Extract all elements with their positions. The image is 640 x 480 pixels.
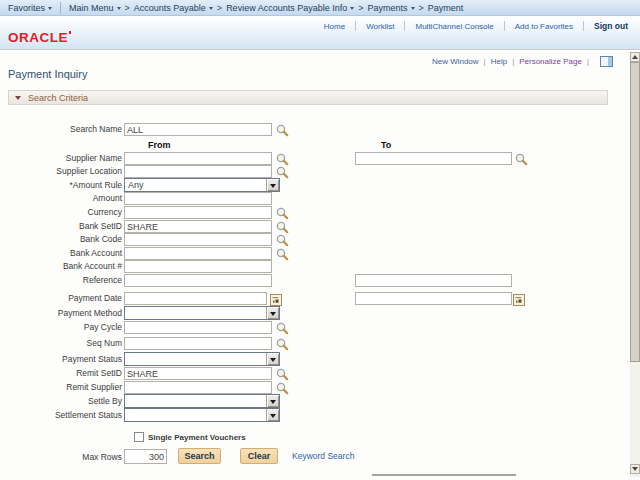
supplier_location-input[interactable] <box>124 165 272 178</box>
single-payment-vouchers-label: Single Payment Vouchers <box>148 433 246 442</box>
settlement_status-dropdown-arrow-icon[interactable] <box>266 409 279 421</box>
settle_by-dropdown-arrow-icon[interactable] <box>266 395 279 407</box>
scroll-up-icon[interactable] <box>630 52 640 62</box>
seq_num-input[interactable] <box>124 337 272 350</box>
oracle-logo: ORACLE <box>8 30 68 45</box>
remit_supplier-label: Remit Supplier <box>0 381 122 394</box>
breadcrumb-item-main-menu[interactable]: Main Menu <box>69 3 121 13</box>
utility-link-new-window[interactable]: New Window <box>432 57 479 66</box>
payment-inquiry-page: FavoritesMain Menu>Accounts Payable>Revi… <box>0 0 640 480</box>
breadcrumb-item-label: Review Accounts Payable Info <box>226 3 347 13</box>
collapse-triangle-icon[interactable] <box>15 96 21 100</box>
supplier_name-to-lookup-icon[interactable] <box>515 152 528 170</box>
search_name-lookup-icon[interactable] <box>276 123 289 141</box>
amount_rule-dropdown-arrow-icon[interactable] <box>266 179 279 191</box>
reference-input-to[interactable] <box>355 274 512 287</box>
remit_setid-label: Remit SetID <box>0 367 122 380</box>
amount_rule-label: *Amount Rule <box>0 179 122 192</box>
header-link-separator <box>583 21 584 31</box>
reference-label: Reference <box>0 274 122 287</box>
supplier_name-input-to[interactable] <box>355 152 512 165</box>
payment_status-select[interactable] <box>124 352 280 366</box>
from-column-header: From <box>148 140 171 150</box>
settlement_status-select[interactable] <box>124 408 280 422</box>
header-link-home[interactable]: Home <box>324 22 345 31</box>
settle_by-select[interactable] <box>124 394 280 408</box>
amount_rule-select[interactable]: Any <box>124 178 280 192</box>
breadcrumb-item-payments[interactable]: Payments <box>367 3 414 13</box>
payment_method-dropdown-arrow-icon[interactable] <box>266 307 279 319</box>
search_name-input[interactable] <box>124 123 272 136</box>
header-link-worklist[interactable]: Worklist <box>366 22 394 31</box>
search-criteria-label: Search Criteria <box>28 93 88 103</box>
payment_date-input-to[interactable] <box>355 292 512 305</box>
seq_num-label: Seq Num <box>0 337 122 350</box>
payment_date-input[interactable] <box>124 292 267 305</box>
header-link-separator <box>355 21 356 31</box>
utility-separator: | <box>512 57 514 66</box>
settlement_status-label: Settlement Status <box>0 409 122 422</box>
supplier_name-input[interactable] <box>124 152 272 165</box>
chevron-down-icon <box>48 7 52 12</box>
header-band: ORACLE HomeWorklistMultiChannel ConsoleA… <box>0 16 640 50</box>
supplier_location-label: Supplier Location <box>0 165 122 178</box>
bank_account_num-input[interactable] <box>124 260 272 273</box>
bank_account-lookup-icon[interactable] <box>276 247 289 265</box>
breadcrumb-item-favorites[interactable]: Favorites <box>8 3 52 13</box>
reference-input[interactable] <box>124 274 272 287</box>
pay_cycle-input[interactable] <box>124 321 272 334</box>
utility-link-help[interactable]: Help <box>491 57 507 66</box>
payment_status-label: Payment Status <box>0 353 122 366</box>
single-payment-vouchers-checkbox[interactable] <box>134 432 144 442</box>
bank_account_num-label: Bank Account # <box>0 260 122 273</box>
amount-input[interactable] <box>124 192 272 205</box>
bank_code-input[interactable] <box>124 233 272 246</box>
search-criteria-header[interactable]: Search Criteria <box>8 90 608 105</box>
bank_setid-input[interactable] <box>124 220 272 233</box>
chevron-down-icon <box>411 7 415 12</box>
breadcrumb-item-review-accounts-payable-info[interactable]: Review Accounts Payable Info <box>226 3 354 13</box>
bank_account-input[interactable] <box>124 247 272 260</box>
remit_setid-input[interactable] <box>124 367 272 380</box>
payment_date-to-calendar-icon[interactable] <box>513 292 525 310</box>
breadcrumb-arrow: > <box>125 3 130 13</box>
max-rows-label: Max Rows <box>0 451 122 464</box>
payment_method-label: Payment Method <box>0 307 122 320</box>
currency-label: Currency <box>0 206 122 219</box>
amount_rule-select-value: Any <box>128 179 144 191</box>
breadcrumb-separator <box>60 2 61 14</box>
currency-input[interactable] <box>124 206 272 219</box>
sign-out-link[interactable]: Sign out <box>594 21 628 31</box>
clear-button[interactable]: Clear <box>240 448 278 464</box>
payment_status-dropdown-arrow-icon[interactable] <box>266 353 279 365</box>
bank_account-label: Bank Account <box>0 247 122 260</box>
utility-link-personalize-page[interactable]: Personalize Page <box>519 57 582 66</box>
breadcrumb-item-accounts-payable[interactable]: Accounts Payable <box>134 3 213 13</box>
search-button[interactable]: Search <box>178 448 221 464</box>
breadcrumb: FavoritesMain Menu>Accounts Payable>Revi… <box>0 0 640 16</box>
header-link-multichannel-console[interactable]: MultiChannel Console <box>415 22 493 31</box>
breadcrumb-item-label: Main Menu <box>69 3 114 13</box>
keyword-search-link[interactable]: Keyword Search <box>292 451 354 461</box>
scroll-down-icon[interactable] <box>630 464 640 474</box>
scrollbar-thumb[interactable] <box>630 62 640 362</box>
amount-label: Amount <box>0 192 122 205</box>
supplier_name-label: Supplier Name <box>0 152 122 165</box>
remit_supplier-input[interactable] <box>124 381 272 394</box>
chevron-down-icon <box>117 7 121 12</box>
utility-separator: | <box>587 57 589 66</box>
breadcrumb-item-label: Accounts Payable <box>134 3 206 13</box>
payment_method-select[interactable] <box>124 306 280 320</box>
max-rows-input[interactable] <box>124 449 167 464</box>
bank_setid-label: Bank SetID <box>0 220 122 233</box>
breadcrumb-item-payment[interactable]: Payment <box>428 3 464 13</box>
new-window-grid-icon[interactable] <box>600 56 613 67</box>
header-link-add-to-favorites[interactable]: Add to Favorites <box>515 22 573 31</box>
breadcrumb-arrow: > <box>358 3 363 13</box>
chevron-down-icon <box>209 7 213 12</box>
oracle-logo-mark <box>69 31 71 34</box>
vertical-scrollbar[interactable] <box>630 52 640 477</box>
header-links: HomeWorklistMultiChannel ConsoleAdd to F… <box>324 21 628 31</box>
settle_by-label: Settle By <box>0 395 122 408</box>
breadcrumb-arrow: > <box>419 3 424 13</box>
